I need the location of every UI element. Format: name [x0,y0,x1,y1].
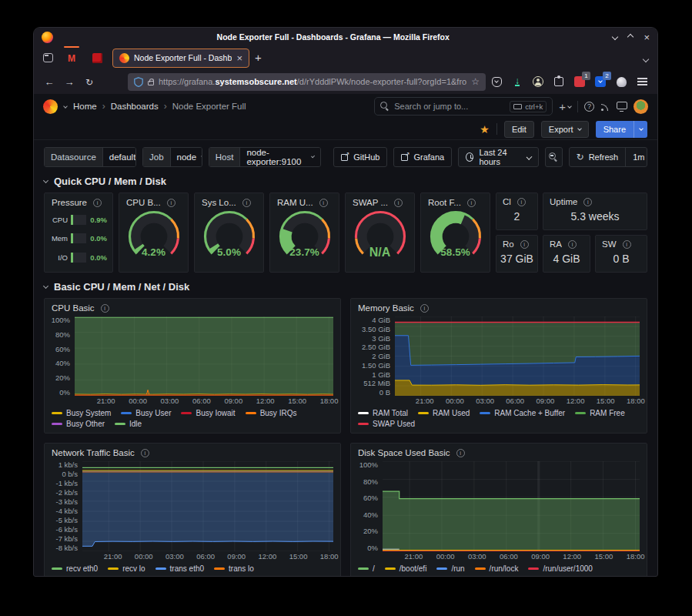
extension-red-button[interactable]: 1 [573,75,586,88]
info-icon[interactable] [467,199,476,207]
lock-icon[interactable] [148,81,154,85]
legend-item[interactable]: trans eth0 [155,564,204,573]
legend-item[interactable]: Busy Iowait [181,409,235,417]
tracking-shield-icon[interactable] [134,77,143,87]
info-icon[interactable] [319,199,328,207]
pocket-icon[interactable] [492,77,502,87]
network-traffic-plot[interactable] [82,461,333,551]
breadcrumb-home[interactable]: Home [73,102,97,111]
forward-button[interactable] [62,76,77,88]
refresh-interval-button[interactable]: 1m [625,148,647,166]
grafana-link-button[interactable]: Grafana [393,147,452,167]
legend-item[interactable]: Busy User [121,409,171,417]
extension-gray-icon[interactable] [617,77,627,87]
panel-ram-total[interactable]: RA 4 GiB [543,235,590,273]
url-bar[interactable]: https://grafana.systemsobscure.net/d/rYd… [128,73,486,91]
legend-item[interactable]: RAM Free [575,409,625,417]
window-titlebar[interactable]: Node Exporter Full - Dashboards - Grafan… [34,28,657,46]
account-icon[interactable] [533,76,543,87]
panel-uptime[interactable]: Uptime 5.3 weeks [543,192,647,230]
job-variable[interactable]: Job node [142,147,202,167]
panel-disk-space-used-basic[interactable]: Disk Space Used Basic 100%80%60%40%20%0% [350,443,647,576]
tab-list-chevron-icon[interactable] [643,56,649,62]
news-icon[interactable] [600,102,610,112]
info-icon[interactable] [242,199,251,207]
info-icon[interactable] [101,304,109,313]
breadcrumb-dashboards[interactable]: Dashboards [111,102,159,111]
menu-icon[interactable] [637,81,647,82]
panel-root-fs-used[interactable]: Root F... 58.5% [420,192,490,273]
legend-item[interactable]: / [358,564,375,573]
info-icon[interactable] [394,199,403,207]
info-icon[interactable] [568,240,577,249]
reload-button[interactable] [82,76,97,88]
legend-item[interactable]: SWAP Used [358,420,415,428]
info-icon[interactable] [420,304,429,313]
panel-network-traffic-basic[interactable]: Network Traffic Basic 1 kb/s0 b/s-1 kb/s… [44,443,341,576]
grafana-logo-icon[interactable] [43,99,58,114]
host-variable[interactable]: Host node-exporter:9100 [209,147,321,167]
back-button[interactable] [42,76,57,88]
legend-item[interactable]: /run/lock [475,564,519,573]
panel-cpu-busy[interactable]: CPU B... 4.2% [119,192,189,273]
window-close-icon[interactable] [644,30,650,44]
legend-item[interactable]: recv lo [108,564,145,573]
legend-item[interactable]: RAM Used [418,409,470,417]
pinned-tab-red[interactable] [87,48,107,68]
legend-item[interactable]: Idle [115,420,142,428]
panel-swap-used[interactable]: SWAP ... N/A [345,192,415,273]
panel-swap-total[interactable]: SW 0 B [595,235,647,273]
downloads-icon[interactable] [515,77,520,86]
info-icon[interactable] [93,199,102,207]
firefox-view-icon[interactable] [43,53,53,62]
user-avatar[interactable] [633,99,648,114]
panel-rootfs-total[interactable]: Ro 37 GiB [496,235,538,273]
help-icon[interactable] [584,102,594,112]
extensions-icon[interactable] [554,77,563,86]
new-tab-button[interactable] [255,51,262,65]
url-text[interactable]: https://grafana.systemsobscure.net/d/rYd… [159,77,466,86]
legend-item[interactable]: RAM Total [358,409,408,417]
legend-item[interactable]: recv eth0 [52,564,98,573]
legend-item[interactable]: /boot/efi [385,564,427,573]
share-menu-chevron[interactable] [633,121,647,138]
info-icon[interactable] [517,198,526,206]
search-input[interactable]: Search or jump to... ctrl+k [374,97,553,116]
pinned-tab-gmail[interactable] [62,48,82,68]
favorite-star-icon[interactable] [480,123,490,136]
edit-button[interactable]: Edit [504,121,534,138]
refresh-button[interactable]: Refresh [570,148,626,166]
legend-item[interactable]: /run/user/1000 [528,564,593,573]
tab-close-icon[interactable] [236,53,242,63]
cpu-basic-plot[interactable] [75,316,333,396]
info-icon[interactable] [623,240,631,249]
memory-basic-plot[interactable] [395,316,640,396]
panel-ram-used[interactable]: RAM U... 23.7% [269,192,339,273]
add-button[interactable] [559,100,571,113]
window-minimize-icon[interactable] [612,34,618,40]
panel-cpu-cores[interactable]: Cl 2 [496,192,538,230]
panel-cpu-basic[interactable]: CPU Basic 100%80%60%40%20%0% [44,298,341,434]
info-icon[interactable] [141,449,149,457]
legend-item[interactable]: Busy IRQs [246,409,297,417]
panel-pressure[interactable]: Pressure CPU 0.9% Mem 0.0% [44,192,113,273]
info-icon[interactable] [583,198,592,206]
disk-space-plot[interactable] [383,461,640,551]
display-icon[interactable] [617,102,627,109]
zoom-out-button[interactable] [545,147,563,167]
legend-item[interactable]: trans lo [214,564,254,573]
section-quick-cpu-mem-disk[interactable]: Quick CPU / Mem / Disk [44,176,647,187]
bookmark-star-icon[interactable] [471,76,480,87]
info-icon[interactable] [167,199,176,207]
legend-item[interactable]: RAM Cache + Buffer [480,409,565,417]
github-link-button[interactable]: GitHub [333,147,387,167]
org-switcher-chevron-icon[interactable] [63,104,68,109]
datasource-variable[interactable]: Datasource default [44,147,136,167]
extension-blue-button[interactable]: 2 [594,75,607,88]
legend-item[interactable]: /run [436,564,464,573]
legend-item[interactable]: Busy System [52,409,111,417]
panel-memory-basic[interactable]: Memory Basic 4 GiB3.50 GiB3 GiB2.50 GiB2… [350,298,647,434]
info-icon[interactable] [456,449,465,457]
time-range-picker[interactable]: Last 24 hours [458,147,539,167]
section-basic-cpu-mem-net-disk[interactable]: Basic CPU / Mem / Net / Disk [44,281,647,293]
